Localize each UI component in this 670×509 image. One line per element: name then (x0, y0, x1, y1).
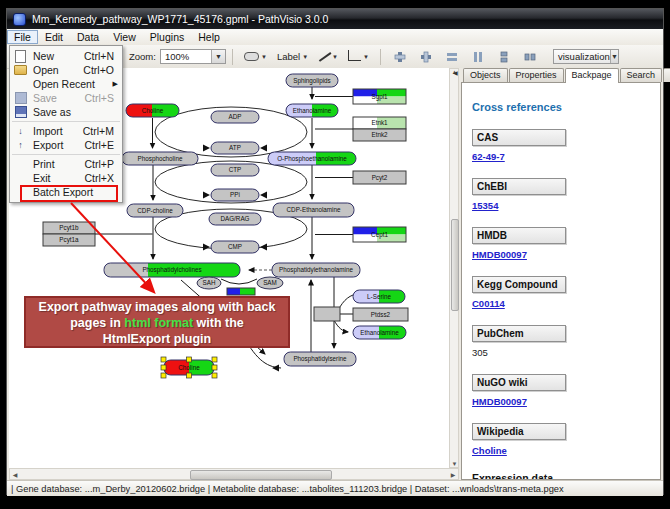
node-etnk2[interactable]: Etnk2 (353, 129, 406, 141)
xref-link[interactable]: 15354 (472, 200, 650, 211)
scroll-down-icon[interactable]: ▼ (450, 461, 459, 467)
selection-handle[interactable] (212, 365, 217, 370)
xref-link[interactable]: C00114 (472, 298, 650, 309)
node-ctp[interactable]: CTP (211, 164, 259, 176)
node-sah[interactable]: SAH (197, 277, 221, 289)
xref-header[interactable]: PubChem (472, 325, 566, 342)
node-dag[interactable]: DAG/RAG (209, 213, 261, 225)
menubar-item-view[interactable]: View (106, 30, 143, 44)
xref-link[interactable]: HMDB00097 (472, 396, 650, 407)
menubar-item-plugins[interactable]: Plugins (143, 30, 191, 44)
menubar-item-edit[interactable]: Edit (38, 30, 70, 44)
node-pcyt1b[interactable]: Pcyt1b (43, 222, 95, 234)
selection-handle[interactable] (161, 373, 166, 378)
align-center-button[interactable] (389, 47, 411, 66)
align-middle-button[interactable] (415, 47, 437, 66)
canvas-horizontal-scrollbar[interactable]: ◀ ▶ (9, 468, 459, 480)
node-sam[interactable]: SAM (257, 277, 283, 289)
sidebar-splitter[interactable]: ◀ (453, 69, 458, 76)
node-ppi[interactable]: PPi (211, 189, 259, 201)
common-height-button[interactable] (467, 47, 489, 66)
scroll-left-icon[interactable]: ◀ (10, 471, 20, 478)
node-phosphatidylethanolamine[interactable]: Phosphatidylethanolamine (272, 263, 360, 277)
node-etnk1[interactable]: Etnk1 (353, 117, 406, 129)
node-pemt[interactable] (314, 307, 340, 321)
visualization-combobox[interactable]: visualization ▼ (553, 49, 619, 64)
menu-shortcut: Ctrl+X (85, 172, 114, 184)
file-menu-item-batch-export[interactable]: Batch Export (10, 185, 122, 199)
node-phosphocholine[interactable]: Phosphocholine (122, 152, 198, 165)
node-cmp[interactable]: CMP (211, 241, 259, 253)
node-sphingolipids[interactable]: Sphingolipids (286, 74, 338, 87)
selection-handle[interactable] (212, 357, 217, 362)
menubar-item-data[interactable]: Data (70, 30, 106, 44)
tab-properties[interactable]: Properties (509, 68, 564, 82)
line-icon (318, 51, 330, 63)
visualization-dropdown-icon[interactable]: ▼ (610, 50, 618, 63)
file-menu-item-print[interactable]: PrintCtrl+P (10, 157, 122, 171)
new-connector-button[interactable]: ▼ (345, 47, 372, 66)
file-menu: NewCtrl+NOpenCtrl+OOpen Recent▶SaveCtrl+… (9, 45, 123, 203)
menubar-item-help[interactable]: Help (191, 30, 227, 44)
selection-handle[interactable] (212, 373, 217, 378)
xref-header[interactable]: Wikipedia (472, 423, 566, 440)
node-cdp-ethanolamine[interactable]: CDP-Ethanolamine (273, 203, 354, 217)
node-sgpl1[interactable]: Sgpl1 (353, 89, 406, 104)
menu-item-label: Save as (33, 106, 71, 118)
node-phosphatidylcholines[interactable]: Phosphatidylcholines (104, 263, 240, 277)
selection-handle[interactable] (187, 373, 192, 378)
tab-objects[interactable]: Objects (463, 68, 508, 82)
xref-link[interactable]: Choline (472, 445, 650, 456)
node-ethanolamine-top[interactable]: Ethanolamine (286, 104, 338, 117)
xref-header[interactable]: NuGO wiki (472, 374, 566, 391)
xref-header[interactable]: HMDB (472, 227, 566, 244)
file-menu-item-save[interactable]: SaveCtrl+S (10, 91, 122, 105)
xref-link[interactable]: HMDB00097 (472, 249, 650, 260)
xref-header[interactable]: ChEBI (472, 178, 566, 195)
canvas-vertical-scrollbar[interactable]: ▲ ▼ (449, 68, 459, 468)
xref-link[interactable]: 62-49-7 (472, 151, 650, 162)
vertical-scroll-thumb[interactable] (451, 219, 459, 311)
node-l-serine[interactable]: L-Serine (353, 290, 405, 303)
horizontal-scroll-thumb[interactable] (190, 470, 332, 480)
node-adp[interactable]: ADP (211, 111, 259, 123)
file-menu-item-import[interactable]: ↓ImportCtrl+M (10, 124, 122, 138)
tab-search[interactable]: Search (620, 68, 663, 82)
new-datanode-button[interactable]: ▼ (241, 47, 270, 66)
stack-vertical-button[interactable] (493, 47, 515, 66)
scroll-right-icon[interactable]: ▶ (448, 471, 458, 478)
selection-handle[interactable] (161, 357, 166, 362)
file-menu-item-exit[interactable]: ExitCtrl+X (10, 171, 122, 185)
new-label-button[interactable]: Label ▼ (274, 47, 311, 66)
node-ptdss2[interactable]: Ptdss2 (353, 308, 408, 321)
zoom-dropdown-icon[interactable]: ▼ (211, 50, 225, 63)
selection-handle[interactable] (187, 357, 192, 362)
stack-horizontal-button[interactable] (519, 47, 541, 66)
node-o-phosphoethanolamine[interactable]: O-Phosphoethanolamine (268, 152, 356, 165)
node-chpt1[interactable] (227, 288, 255, 295)
xref-header[interactable]: Kegg Compound (472, 276, 566, 293)
zoom-combobox[interactable]: 100% ▼ (160, 49, 226, 64)
tab-legend[interactable]: Legend (663, 68, 670, 82)
node-pcyt1a[interactable]: Pcyt1a (43, 234, 95, 246)
node-phosphatidylserine[interactable]: Phosphatidylserine (284, 352, 356, 366)
menubar-item-file[interactable]: File (7, 30, 38, 44)
file-menu-item-open[interactable]: OpenCtrl+O (10, 63, 122, 77)
common-width-button[interactable] (441, 47, 463, 66)
new-line-button[interactable]: ▼ (315, 47, 341, 66)
node-choline-selected[interactable]: Choline (161, 357, 217, 378)
file-menu-item-new[interactable]: NewCtrl+N (10, 49, 122, 63)
node-choline-top[interactable]: Choline (126, 104, 179, 117)
file-menu-item-open-recent[interactable]: Open Recent▶ (10, 77, 122, 91)
file-menu-item-save-as[interactable]: Save as (10, 105, 122, 119)
node-cept1[interactable]: Cept1 (353, 227, 406, 242)
node-ethanolamine-bottom[interactable]: Ethanolamine (353, 326, 406, 339)
file-menu-item-export[interactable]: ↑ExportCtrl+E (10, 138, 122, 152)
node-atp[interactable]: ATP (211, 142, 259, 154)
selection-handle[interactable] (161, 365, 166, 370)
xref-header[interactable]: CAS (472, 129, 566, 146)
menu-separator (12, 154, 120, 155)
node-pcyt2[interactable]: Pcyt2 (353, 171, 406, 184)
tab-backpage[interactable]: Backpage (565, 68, 619, 83)
node-cdp-choline[interactable]: CDP-choline (127, 204, 183, 217)
